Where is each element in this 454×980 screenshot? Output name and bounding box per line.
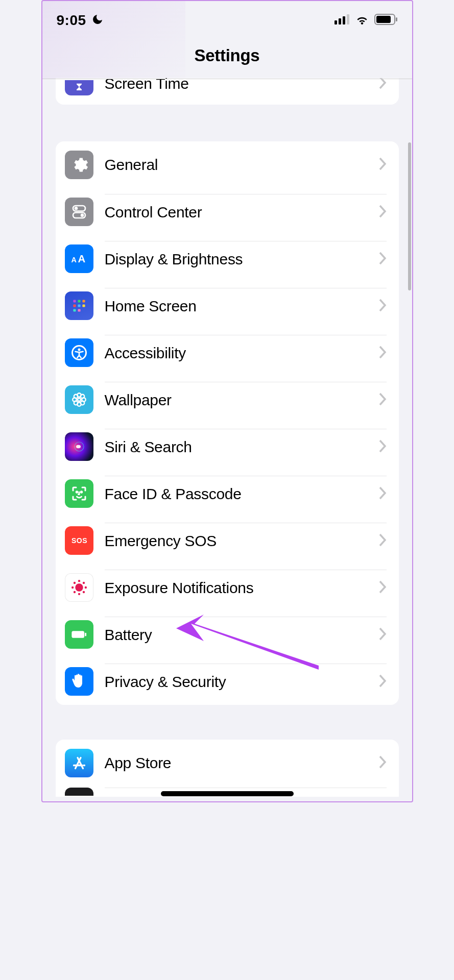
wifi-icon: [355, 14, 369, 27]
wallet-icon: [65, 788, 93, 796]
settings-row-label: Privacy & Security: [105, 673, 378, 691]
svg-rect-0: [334, 20, 337, 24]
svg-point-42: [73, 582, 75, 584]
svg-rect-47: [85, 633, 86, 636]
svg-point-22: [78, 348, 80, 351]
do-not-disturb-icon: [91, 13, 104, 28]
settings-row-app-store[interactable]: App Store: [56, 740, 399, 787]
settings-row-screen-time[interactable]: Screen Time: [56, 78, 399, 105]
chevron-right-icon: [378, 439, 387, 455]
svg-rect-16: [73, 304, 76, 307]
svg-rect-18: [82, 304, 85, 307]
svg-point-8: [74, 207, 78, 210]
chevron-right-icon: [378, 393, 387, 408]
hand-icon: [65, 667, 93, 696]
settings-row-label: Control Center: [105, 204, 378, 221]
settings-row-exposure[interactable]: Exposure Notifications: [56, 564, 399, 611]
settings-row-sos[interactable]: SOS Emergency SOS: [56, 517, 399, 564]
chevron-right-icon: [378, 157, 387, 173]
settings-row-label: Siri & Search: [105, 438, 378, 456]
grid-icon: [65, 291, 93, 320]
svg-point-28: [74, 395, 78, 399]
settings-row-label: Battery: [105, 626, 378, 644]
settings-row-faceid[interactable]: Face ID & Passcode: [56, 470, 399, 517]
appstore-icon: [65, 749, 93, 777]
settings-row-label: Display & Brightness: [105, 251, 378, 268]
settings-row-label: Wallpaper: [105, 391, 378, 409]
page-title: Settings: [42, 46, 412, 65]
svg-rect-1: [339, 18, 341, 24]
sos-icon: SOS: [65, 526, 93, 555]
scrollbar[interactable]: [408, 142, 411, 290]
svg-point-10: [80, 213, 84, 217]
settings-section-main: General Control Center AA Display & Brig…: [56, 141, 399, 705]
svg-rect-19: [73, 309, 76, 311]
exposure-icon: [65, 573, 93, 602]
settings-row-control-center[interactable]: Control Center: [56, 188, 399, 235]
chevron-right-icon: [378, 755, 387, 771]
settings-section-store: App Store: [56, 740, 399, 797]
textsize-icon: AA: [65, 244, 93, 273]
siri-icon: [65, 432, 93, 461]
svg-point-37: [75, 583, 83, 591]
nav-header: Settings: [42, 36, 412, 79]
face-icon: [65, 479, 93, 508]
svg-point-45: [82, 591, 84, 593]
svg-rect-13: [73, 300, 76, 302]
svg-point-38: [78, 580, 80, 582]
svg-rect-14: [78, 300, 80, 302]
status-time: 9:05: [57, 12, 86, 29]
chevron-right-icon: [378, 533, 387, 549]
chevron-right-icon: [378, 486, 387, 502]
svg-rect-6: [396, 17, 397, 21]
svg-text:A: A: [71, 256, 77, 264]
chevron-right-icon: [378, 627, 387, 643]
svg-rect-17: [78, 304, 80, 307]
svg-point-40: [71, 586, 73, 589]
settings-row-accessibility[interactable]: Accessibility: [56, 329, 399, 376]
svg-text:A: A: [78, 253, 85, 264]
svg-point-39: [78, 593, 80, 595]
cellular-icon: [334, 14, 350, 27]
person-icon: [65, 338, 93, 367]
settings-section-top: Screen Time: [56, 78, 399, 105]
svg-point-31: [80, 401, 84, 405]
settings-row-wallpaper[interactable]: Wallpaper: [56, 376, 399, 423]
switches-icon: [65, 198, 93, 226]
settings-row-label: Exposure Notifications: [105, 579, 378, 597]
svg-rect-3: [347, 14, 349, 24]
settings-row-label: General: [105, 156, 378, 174]
gear-icon: [65, 151, 93, 179]
svg-rect-15: [82, 300, 85, 302]
settings-row-battery[interactable]: Battery: [56, 611, 399, 658]
svg-point-35: [81, 492, 82, 493]
svg-rect-2: [343, 16, 345, 24]
svg-point-33: [76, 445, 81, 449]
chevron-right-icon: [378, 299, 387, 314]
svg-point-44: [73, 591, 75, 593]
settings-row-home-screen[interactable]: Home Screen: [56, 282, 399, 329]
settings-row-label: App Store: [105, 754, 378, 772]
chevron-right-icon: [378, 78, 387, 91]
chevron-right-icon: [378, 205, 387, 220]
svg-point-41: [84, 586, 86, 589]
settings-row-label: Emergency SOS: [105, 532, 378, 550]
svg-point-34: [76, 492, 77, 493]
settings-row-display[interactable]: AA Display & Brightness: [56, 235, 399, 282]
settings-row-label: Accessibility: [105, 345, 378, 362]
svg-point-43: [82, 582, 84, 584]
hourglass-icon: [65, 80, 93, 95]
svg-point-29: [80, 395, 84, 399]
svg-point-23: [78, 398, 81, 401]
settings-row-general[interactable]: General: [56, 141, 399, 188]
chevron-right-icon: [378, 674, 387, 690]
flower-icon: [65, 385, 93, 414]
home-indicator[interactable]: [161, 791, 294, 796]
settings-row-privacy[interactable]: Privacy & Security: [56, 658, 399, 705]
chevron-right-icon: [378, 346, 387, 361]
svg-point-30: [74, 401, 78, 405]
settings-row-siri[interactable]: Siri & Search: [56, 423, 399, 470]
chevron-right-icon: [378, 252, 387, 267]
battery-icon: [374, 14, 398, 27]
battery-row-icon: [65, 620, 93, 649]
